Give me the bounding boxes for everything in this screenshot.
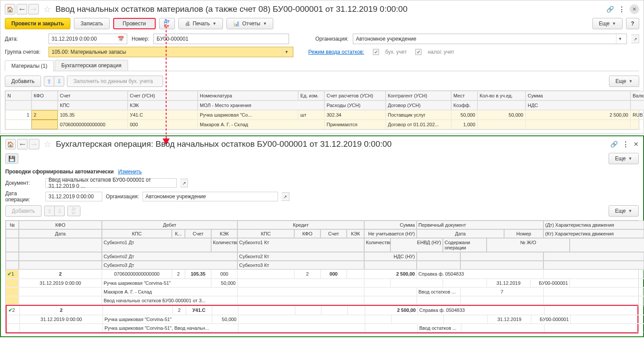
grid-more-button[interactable]: Еще ▼ [609,76,639,87]
back-button[interactable]: 🡐 [17,139,28,149]
more-icon[interactable]: ⋮ [618,5,625,14]
nu-label: налог. учет [428,49,454,55]
chevron-down-icon: ▼ [628,156,632,161]
dk-small-button: ДтКт [67,206,80,216]
entries-grid[interactable]: № КФО Дебет Кредит Сумма Первичный докум… [5,220,639,334]
save-button[interactable]: Записать [74,18,109,29]
move-buttons: ⇧ ⇩ [44,206,65,216]
chevron-down-icon: ▼ [212,21,216,26]
org-input[interactable]: Автономное учреждение ▼ [353,34,627,44]
page-title-2: Бухгалтерская операция: Ввод начальных о… [56,139,608,149]
chevron-down-icon[interactable]: ▼ [616,34,624,44]
tab-buh-operation[interactable]: Бухгалтерская операция [55,60,128,71]
chevron-down-icon: ▼ [612,21,616,26]
more-button[interactable]: Еще ▼ [592,18,623,29]
close-button[interactable]: ✕ [634,141,639,148]
check-icon: ✔ [7,271,11,276]
nav-group: 🏠 🡐 🡒 [5,4,39,14]
more-icon[interactable]: ⋮ [622,140,629,149]
date-label: Дата: [5,36,44,42]
table-row[interactable]: 07060000000000000 000 Макаров А. Г. - Ск… [5,120,639,129]
reports-button[interactable]: 📊 Отчеты ▼ [226,18,273,29]
post-button[interactable]: Провести [113,18,156,29]
group-label: Группа счетов: [5,49,44,55]
col-nomen: Номенклатура [198,91,298,100]
bu-label: бух. учет [385,49,407,55]
nu-checkbox: ✔ [415,49,421,55]
col-sum: Сумма [526,91,630,100]
mode-link[interactable]: Режим ввода остатков: [308,49,364,55]
fill-button[interactable]: Заполнить по данным бух. учета [67,76,163,87]
col-mest: Мест [451,91,477,100]
col-ed: Ед. изм. [298,91,324,100]
nav-group: 🏠 🡐 🡒 [5,139,39,149]
doc-label: Документ: [5,180,42,186]
table-row[interactable]: 1 2 105.35 У41.С Ручка шариковая "Co... … [5,110,639,120]
move-up-button: ⇧ [44,206,55,216]
date-input[interactable]: 31.12.2019 0:00:00 📅 [49,34,127,44]
home-button[interactable]: 🏠 [5,139,16,149]
col-acct: Счет [58,91,128,100]
org-input-2[interactable]: Автономное учреждение [143,192,278,201]
col-acct-r: Счет расчетов (УСН) [324,91,386,100]
entries-more-button[interactable]: Еще ▼ [609,205,639,217]
chevron-down-icon[interactable]: ▼ [282,47,290,57]
col-kontr: Контрагент (УСН) [386,91,451,100]
favorite-icon[interactable]: ☆ [42,139,53,149]
calendar-icon[interactable]: 📅 [118,36,124,42]
org-label-2: Организация: [106,193,139,200]
opdate-input[interactable]: 31.12.2019 0:00:00 [45,192,102,201]
col-n: N [5,91,31,100]
org-label: Организация: [315,36,348,42]
print-button[interactable]: 🖨 Печать ▼ [178,18,223,29]
chevron-down-icon: ▼ [263,21,267,26]
bu-checkbox: ✔ [373,49,379,55]
check-icon: ✔ [8,307,12,313]
forward-button[interactable]: 🡒 [29,139,39,149]
back-button[interactable]: 🡐 [17,4,27,14]
col-kfo: КФО [31,91,58,100]
open-ref-icon[interactable]: ↗ [282,192,289,201]
favorite-icon[interactable]: ☆ [42,4,53,14]
link-icon[interactable]: 🔗 [606,6,614,13]
link-icon[interactable]: 🔗 [610,141,618,148]
printer-icon: 🖨 [185,21,190,27]
auto-status: Проводки сформированы автоматически [5,169,114,175]
move-down-button[interactable]: ⇩ [54,76,64,86]
post-close-button[interactable]: Провести и закрыть [5,18,70,29]
change-link[interactable]: Изменить [118,169,142,175]
group-input[interactable]: 105.00: Материальные запасы ▼ [49,47,293,57]
open-ref-icon[interactable]: ↗ [180,179,188,187]
opdate-label: Дата операции: [5,190,42,203]
add-entry-button: Добавить [5,205,42,217]
number-label: Номер: [132,36,149,42]
forward-button[interactable]: 🡒 [28,4,39,14]
chevron-down-icon: ▼ [628,209,632,213]
open-ref-icon[interactable]: ↗ [631,35,639,43]
page-title: Ввод начальных остатков материалов (а та… [56,4,604,14]
col-qty: Кол-во в уч.ед. [477,91,526,100]
close-button[interactable]: ✕ [630,4,639,14]
tab-materials[interactable]: Материалы (1) [5,60,54,71]
chart-icon: 📊 [233,21,240,27]
move-buttons: ⇧ ⇩ [44,76,64,86]
materials-grid[interactable]: N КФО Счет Счет (УСН) Номенклатура Ед. и… [5,90,639,130]
save-icon-button[interactable]: 💾 [5,153,18,164]
chevron-down-icon: ▼ [629,79,633,83]
doc-input[interactable]: Ввод начальных остатков БУ00-000001 от 3… [45,178,177,188]
col-acct-usn: Счет (УСН) [128,91,198,100]
col-val: Валюта [630,91,644,100]
number-input[interactable]: БУ00-000001 [153,34,289,44]
add-row-button[interactable]: Добавить [5,76,41,87]
home-button[interactable]: 🏠 [5,4,15,14]
help-button[interactable]: ? [626,18,639,29]
dk-button[interactable]: ДᴛКᴛ [159,18,175,29]
more-button-2[interactable]: Еще ▼ [609,153,639,164]
entry-row-highlighted[interactable]: ✔2 2 2 У41.С 2 500,00 Справка ф. 0504833… [6,305,638,333]
move-down-button: ⇩ [54,206,65,216]
move-up-button[interactable]: ⇧ [44,76,54,86]
entry-row[interactable]: ✔1 2 07060000000000000 2 105.35 000 2 00… [6,269,638,305]
